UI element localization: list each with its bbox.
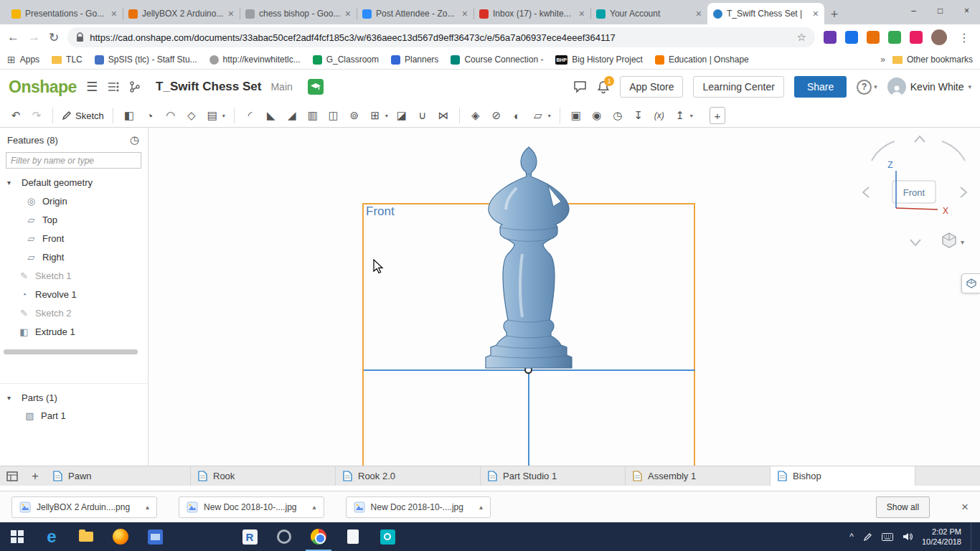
show-desktop-button[interactable]	[971, 522, 974, 551]
chevron-down-icon[interactable]: ▾	[548, 113, 551, 119]
browser-tab-presentations[interactable]: Presentations - Go... ×	[6, 3, 123, 24]
chevron-down-icon[interactable]: ▾	[385, 113, 388, 119]
sweep-icon[interactable]: ◠	[164, 107, 178, 124]
camera-app-taskbar-icon[interactable]	[370, 522, 405, 551]
chevron-up-icon[interactable]: ▴	[469, 503, 483, 511]
draft-icon[interactable]: ◢	[285, 107, 299, 124]
chevron-down-icon[interactable]: ▾	[7, 394, 16, 402]
composite-icon[interactable]: ▣	[569, 107, 583, 124]
delete-part-icon[interactable]: ⊘	[489, 107, 504, 124]
feature-origin[interactable]: ◎ Origin	[0, 192, 148, 210]
bookmark-star-icon[interactable]: ☆	[797, 31, 806, 44]
bookmark-planners[interactable]: Planners	[391, 55, 438, 65]
download-item-new-doc-2[interactable]: New Doc 2018-10-....jpg ▴	[346, 496, 491, 518]
browser-menu-icon[interactable]: ⋮	[956, 31, 973, 44]
extension-icon[interactable]	[867, 31, 880, 44]
refresh-button[interactable]: ↻	[49, 30, 59, 45]
address-bar[interactable]: https://cad.onshape.com/documents/33abac…	[67, 27, 815, 47]
education-badge-icon[interactable]	[308, 79, 324, 95]
tab-close-icon[interactable]: ×	[696, 9, 702, 19]
parts-group[interactable]: ▾ Parts (1)	[0, 388, 148, 407]
import-icon[interactable]: ↧	[631, 107, 646, 124]
browser-tab-zoom[interactable]: Post Attendee - Zo... ×	[357, 3, 473, 24]
bishop-part-model[interactable]	[482, 145, 575, 371]
onshape-logo[interactable]: Onshape	[9, 77, 77, 97]
tab-close-icon[interactable]: ×	[462, 9, 468, 19]
linear-pattern-icon[interactable]: ⊞	[368, 107, 382, 124]
apps-shortcut[interactable]: ⊞ Apps	[7, 54, 39, 65]
doc-tab-rook[interactable]: Rook	[191, 466, 336, 486]
features-filter-input[interactable]	[6, 152, 141, 169]
notepad-taskbar-icon[interactable]	[336, 522, 370, 551]
panel-flyout-handle[interactable]	[961, 273, 980, 293]
forward-button[interactable]: →	[28, 30, 40, 44]
tab-close-icon[interactable]: ×	[228, 9, 234, 19]
tab-close-icon[interactable]: ×	[579, 9, 585, 19]
browser-tab-inbox[interactable]: Inbox (17) - kwhite... ×	[473, 3, 590, 24]
extension-icon[interactable]	[910, 31, 923, 44]
download-item-jellybox[interactable]: JellyBOX 2 Arduin....png ▴	[11, 496, 157, 518]
history-icon[interactable]: ◷	[611, 107, 625, 124]
rollback-bar[interactable]	[4, 349, 138, 354]
chevron-down-icon[interactable]: ▾	[7, 179, 16, 187]
sketch-line-vertical[interactable]	[528, 371, 529, 466]
r-app-taskbar-icon[interactable]: R	[232, 522, 267, 551]
chevron-up-icon[interactable]: ▴	[303, 503, 316, 511]
tab-close-icon[interactable]: ×	[813, 9, 819, 19]
extension-icon[interactable]	[888, 31, 901, 44]
doc-tab-assembly-1[interactable]: Assembly 1	[626, 466, 771, 486]
extrude-icon[interactable]: ◧	[122, 107, 136, 124]
workspace-name[interactable]: Main	[270, 81, 292, 93]
extension-icon[interactable]	[824, 31, 837, 44]
edge-taskbar-icon[interactable]: e	[34, 522, 69, 551]
feature-plane-top[interactable]: ▱ Top	[0, 210, 148, 229]
doc-tab-pawn[interactable]: Pawn	[46, 466, 191, 486]
bookmark-tlc[interactable]: TLC	[52, 55, 83, 65]
learning-center-button[interactable]: Learning Center	[693, 76, 783, 98]
rollback-history-icon[interactable]: ◷	[130, 133, 139, 146]
comment-icon[interactable]	[573, 80, 587, 93]
bookmark-spsis[interactable]: SpSIS (tlc) - Staff Stu...	[95, 55, 197, 65]
revolve-icon[interactable]: ◔	[143, 107, 157, 124]
plane-icon[interactable]: ▱	[531, 107, 545, 124]
fillet-icon[interactable]: ◜	[243, 107, 258, 124]
back-button[interactable]: ←	[7, 30, 19, 44]
rib-icon[interactable]: ▥	[306, 107, 320, 124]
notifications-bell-icon[interactable]: 1	[597, 80, 610, 94]
boolean-icon[interactable]: ∪	[415, 107, 430, 124]
browser-tab-jellybox[interactable]: JellyBOX 2 Arduino... ×	[123, 3, 240, 24]
export-icon[interactable]: ↥	[673, 107, 687, 124]
doc-tab-bishop-active[interactable]: Bishop	[771, 466, 915, 486]
shell-icon[interactable]: ◫	[326, 107, 341, 124]
firefox-taskbar-icon[interactable]	[103, 522, 138, 551]
chrome-taskbar-icon[interactable]	[301, 522, 336, 551]
redo-icon[interactable]: ↷	[29, 107, 44, 124]
bookmark-big-history[interactable]: BHP Big History Project	[555, 55, 642, 65]
hamburger-menu-icon[interactable]: ☰	[86, 79, 98, 95]
sketch-button[interactable]: Sketch	[62, 110, 104, 121]
other-bookmarks[interactable]: Other bookmarks	[892, 55, 973, 65]
doc-tab-part-studio-1[interactable]: Part Studio 1	[481, 466, 626, 486]
taskbar-clock[interactable]: 2:02 PM 10/24/2018	[922, 527, 961, 547]
feature-extrude-1[interactable]: ◧ Extrude 1	[0, 322, 148, 341]
bookmarks-overflow-icon[interactable]: »	[880, 55, 885, 65]
view-cube-widget[interactable]: Front Z X ▾	[857, 132, 979, 254]
share-button[interactable]: Share	[794, 76, 847, 98]
bookmark-course-connection[interactable]: Course Connection -	[451, 55, 543, 65]
hole-icon[interactable]: ⊚	[347, 107, 362, 124]
tab-manager-icon[interactable]	[0, 466, 24, 486]
loft-icon[interactable]: ◇	[184, 107, 199, 124]
part-item[interactable]: ▧ Part 1	[0, 407, 148, 424]
transform-icon[interactable]: ◈	[468, 107, 483, 124]
volume-icon[interactable]	[903, 532, 913, 541]
extension-icon[interactable]	[845, 31, 858, 44]
help-menu[interactable]: ? ▾	[857, 80, 877, 95]
pen-tray-icon[interactable]	[863, 532, 872, 542]
file-explorer-taskbar-icon[interactable]	[69, 522, 103, 551]
feature-plane-front[interactable]: ▱ Front	[0, 229, 148, 248]
custom-feature-icon[interactable]: +	[710, 107, 725, 124]
app-store-button[interactable]: App Store	[620, 76, 683, 98]
document-title[interactable]: T_Swift Chess Set	[156, 80, 261, 94]
chamfer-icon[interactable]: ◣	[264, 107, 278, 124]
feature-group-default-geometry[interactable]: ▾ Default geometry	[0, 173, 148, 192]
